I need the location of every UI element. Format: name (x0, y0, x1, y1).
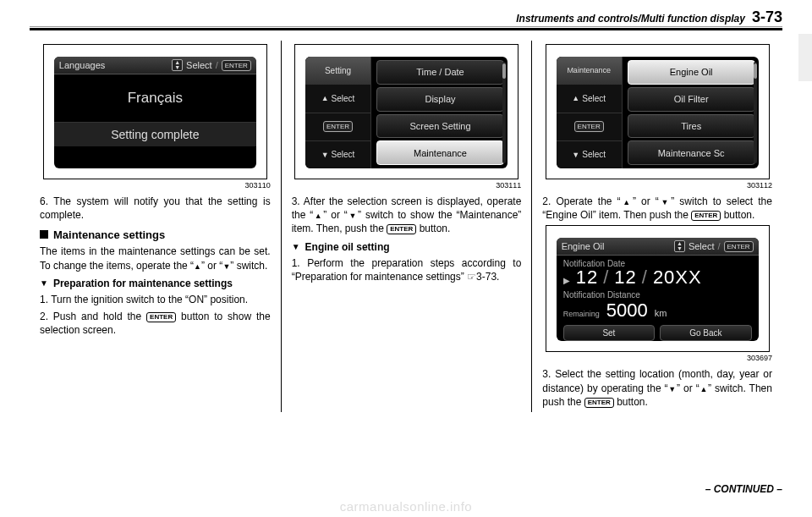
up-icon: ▲ (621, 198, 633, 206)
body-text: 3. Select the setting location (month, d… (542, 367, 772, 409)
menu-item: Screen Setting (376, 114, 504, 139)
menu-item: Oil Filter (628, 87, 755, 112)
engine-oil-screen: Engine Oil ▲▼ Select / ENTER Notificatio… (557, 238, 759, 341)
up-icon: ▲ (572, 94, 579, 102)
menu-pane: Time / Date Display Screen Setting Maint… (371, 57, 508, 168)
subheading-preparation: ▼ Preparation for maintenance settings (40, 278, 271, 289)
screen-title: Languages (59, 60, 105, 70)
up-icon: ▲ (313, 212, 323, 220)
page-header: Instruments and controls/Multi function … (30, 8, 782, 26)
nav-hints-pane: Setting ▲Select ENTER ▼Select (305, 57, 371, 168)
subheading-text: Engine oil setting (305, 241, 390, 253)
body-text: 2. Push and hold the ENTER button to sho… (40, 310, 271, 337)
notification-distance-label: Notification Distance (563, 290, 752, 300)
menu-item-selected: Maintenance (376, 140, 504, 165)
body-text: 1. Perform the preparation steps accordi… (292, 256, 522, 283)
body-text: 3. After the selection screen is display… (292, 195, 522, 236)
subheading-engine-oil: ▼ Engine oil setting (292, 241, 522, 253)
updown-icon: ▲▼ (172, 59, 183, 71)
down-icon: ▼ (348, 212, 358, 220)
selected-language: Français (54, 90, 256, 107)
page-tab (798, 34, 812, 81)
up-icon: ▲ (700, 384, 708, 393)
nav-hints-pane: Maintenance ▲Select ENTER ▼Select (557, 57, 623, 168)
notification-distance-value: Remaining 5000 km (563, 300, 752, 322)
down-triangle-icon: ▼ (40, 278, 48, 288)
notification-date-value: ▶ 12 / 12 / 20XX (563, 267, 752, 289)
continued-footer: – CONTINUED – (705, 483, 782, 495)
settings-screen: Setting ▲Select ENTER ▼Select Time / Dat… (305, 57, 508, 168)
column-3: Maintenance ▲Select ENTER ▼Select Engine… (531, 41, 782, 412)
subheading-text: Preparation for maintenance settings (53, 278, 233, 289)
watermark: carmanualsonline.info (0, 499, 812, 514)
enter-key-icon: ENTER (146, 312, 176, 322)
figure-maintenance-menu: Maintenance ▲Select ENTER ▼Select Engine… (546, 44, 770, 179)
manual-page: Instruments and controls/Multi function … (0, 0, 812, 412)
menu-item: Tires (628, 114, 755, 139)
updown-icon: ▲▼ (674, 240, 685, 252)
cursor-icon: ▶ (563, 276, 571, 285)
scrollbar (754, 62, 757, 163)
down-icon: ▼ (321, 151, 329, 159)
menu-pane: Engine Oil Oil Filter Tires Maintenance … (623, 57, 759, 168)
down-icon: ▼ (222, 261, 230, 270)
header-rule (30, 28, 782, 30)
screen-title: Engine Oil (562, 241, 605, 251)
status-text: Setting complete (54, 122, 256, 146)
maintenance-screen: Maintenance ▲Select ENTER ▼Select Engine… (557, 57, 759, 168)
square-icon (40, 230, 48, 239)
nav-heading: Setting (305, 57, 370, 85)
scrollbar (502, 62, 506, 163)
figure-id: 303697 (542, 354, 772, 362)
heading-maintenance-settings: Maintenance settings (40, 228, 271, 241)
figure-id: 303110 (40, 181, 271, 190)
body-text: The items in the maintenance settings ca… (40, 245, 271, 272)
figure-id: 303111 (292, 181, 522, 190)
down-triangle-icon: ▼ (292, 242, 300, 251)
up-icon: ▲ (194, 261, 201, 270)
nav-heading: Maintenance (557, 57, 622, 85)
enter-key-icon: ENTER (222, 60, 251, 71)
menu-item-selected: Engine Oil (628, 60, 755, 85)
down-icon: ▼ (659, 198, 671, 206)
breadcrumb: Instruments and controls/Multi function … (516, 13, 745, 25)
body-text: 6. The system will notify you that the s… (40, 195, 271, 222)
figure-settings-menu: Setting ▲Select ENTER ▼Select Time / Dat… (294, 44, 518, 179)
body-text: 2. Operate the “▲” or “▼” switch to sele… (542, 195, 772, 222)
select-label: Select (186, 60, 212, 70)
column-2: Setting ▲Select ENTER ▼Select Time / Dat… (281, 41, 532, 412)
go-back-button: Go Back (660, 325, 752, 341)
enter-key-icon: ENTER (584, 398, 614, 408)
down-icon: ▼ (668, 384, 677, 393)
heading-text: Maintenance settings (53, 228, 165, 241)
set-button: Set (563, 325, 656, 341)
menu-item: Time / Date (376, 60, 504, 85)
column-1: Languages ▲▼ Select / ENTER Français Set… (30, 41, 281, 412)
figure-engine-oil: Engine Oil ▲▼ Select / ENTER Notificatio… (546, 225, 770, 352)
select-label: Select (689, 241, 715, 251)
menu-item: Maintenance Sc (628, 140, 755, 165)
content-columns: Languages ▲▼ Select / ENTER Français Set… (30, 41, 782, 412)
menu-item: Display (376, 87, 504, 112)
figure-id: 303112 (542, 181, 772, 190)
enter-key-icon: ENTER (691, 211, 721, 221)
figure-languages: Languages ▲▼ Select / ENTER Français Set… (43, 44, 267, 179)
down-icon: ▼ (572, 151, 579, 159)
languages-screen: Languages ▲▼ Select / ENTER Français Set… (54, 57, 256, 168)
enter-key-icon: ENTER (574, 121, 604, 132)
page-number: 3-73 (752, 8, 782, 26)
body-text: 1. Turn the ignition switch to the “ON” … (40, 293, 271, 306)
enter-key-icon: ENTER (724, 241, 754, 252)
up-icon: ▲ (321, 94, 329, 102)
enter-key-icon: ENTER (387, 224, 416, 234)
enter-key-icon: ENTER (323, 121, 353, 132)
